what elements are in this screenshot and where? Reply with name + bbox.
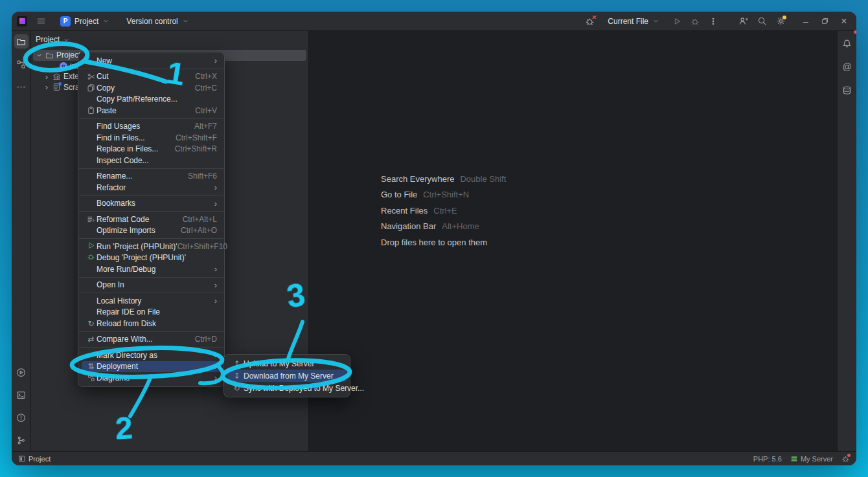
menu-item-copy[interactable]: CopyCtrl+C (82, 82, 221, 94)
version-control-toolwindow-button[interactable] (14, 433, 29, 447)
project-panel-header[interactable]: Project (31, 31, 308, 48)
menu-item-label: More Run/Debug (97, 265, 155, 274)
menu-item-optimize-imports[interactable]: Optimize ImportsCtrl+Alt+O (82, 225, 221, 237)
maximize-button[interactable] (821, 17, 829, 25)
hint-navigation-bar: Navigation BarAlt+Home (381, 219, 506, 235)
menu-item-paste[interactable]: PasteCtrl+V (82, 105, 221, 116)
menu-item-shortcut: Ctrl+D (195, 335, 217, 344)
menu-item-replace-in-files[interactable]: Replace in Files...Ctrl+Shift+R (82, 144, 221, 155)
project-toolwindow-button[interactable] (14, 34, 29, 49)
services-toolwindow-button[interactable] (14, 365, 29, 379)
menu-item-shortcut: Ctrl+Shift+R (175, 144, 217, 153)
menu-item-cut[interactable]: CutCtrl+X (82, 71, 221, 83)
menu-item-repair-ide-on-file[interactable]: Repair IDE on File (82, 307, 221, 318)
menu-item-label: Refactor (97, 183, 126, 192)
menu-separator (79, 238, 223, 239)
submenu-item-sync-with-deployed-to-my-server[interactable]: ↻Sync with Deployed to My Server... (227, 382, 347, 394)
submenu-arrow-icon: › (214, 199, 217, 208)
code-with-me-icon[interactable] (738, 16, 748, 26)
menu-item-refactor[interactable]: Refactor› (82, 182, 221, 194)
menu-item-label: Mark Directory as (97, 351, 157, 360)
menu-item-find-in-files[interactable]: Find in Files...Ctrl+Shift+F (82, 132, 221, 144)
chevron-down-icon[interactable]: › (36, 52, 44, 58)
menu-item-copy-path-reference[interactable]: Copy Path/Reference... (82, 94, 221, 105)
submenu-item-upload-to-my-server[interactable]: ↥Upload to My Server (227, 357, 347, 370)
menu-item-inspect-code[interactable]: Inspect Code... (82, 155, 221, 166)
menu-item-mark-directory-as[interactable]: Mark Directory as› (82, 349, 221, 361)
project-panel-title: Project (36, 35, 60, 44)
more-toolwindows-button[interactable] (14, 80, 29, 94)
close-button[interactable]: × (838, 16, 850, 27)
run-configuration-selector[interactable]: Current File (604, 15, 663, 28)
submenu-arrow-icon: › (214, 264, 217, 274)
menu-item-label: Rename... (97, 172, 132, 181)
submenu-arrow-icon: › (214, 350, 217, 360)
settings-gear-icon[interactable] (776, 16, 786, 26)
menu-item-label: Reformat Code (97, 215, 149, 224)
menu-item-more-run-debug[interactable]: More Run/Debug› (82, 263, 221, 275)
menu-item-shortcut: Ctrl+Shift+F10 (177, 242, 227, 251)
menu-item-label: Cut (97, 72, 109, 81)
shortcut-hints: Search EverywhereDouble ShiftGo to FileC… (381, 171, 506, 250)
database-toolwindow-button[interactable] (840, 83, 854, 97)
menu-item-diagrams[interactable]: Diagrams› (82, 372, 221, 384)
menu-item-label: Debug 'Project (PHPUnit)' (97, 253, 186, 262)
hint-recent-files: Recent FilesCtrl+E (381, 203, 506, 219)
minimize-button[interactable]: – (800, 16, 812, 27)
cut-icon (86, 72, 97, 81)
menu-item-bookmarks[interactable]: Bookmarks› (82, 198, 221, 210)
upload-icon: ↥ (231, 359, 242, 368)
profiler-disabled-icon[interactable]: ✕ (585, 16, 595, 26)
menu-separator (79, 69, 223, 69)
menu-item-open-in[interactable]: Open In› (82, 280, 221, 291)
ai-assistant-icon[interactable]: @ (840, 60, 854, 74)
chevron-right-icon[interactable]: › (43, 72, 50, 81)
menu-item-label: Local History (97, 296, 141, 305)
structure-toolwindow-button[interactable] (14, 57, 29, 71)
version-control-menu[interactable]: Version control (122, 15, 192, 28)
problems-toolwindow-button[interactable] (14, 410, 29, 425)
diagrams-icon (86, 374, 97, 382)
menu-item-label: Find Usages (97, 122, 140, 131)
menu-item-label: Copy (97, 83, 115, 93)
chevron-down-icon (102, 17, 109, 25)
menu-separator (79, 277, 223, 278)
event-log-bug-icon[interactable] (841, 454, 850, 463)
menu-item-label: Inspect Code... (97, 156, 149, 165)
menu-item-run-project-phpunit[interactable]: Run 'Project (PHPUnit)'Ctrl+Shift+F10 (82, 241, 221, 252)
menu-item-new[interactable]: New› (82, 55, 221, 67)
statusbar-project-widget[interactable]: Project (18, 455, 51, 463)
menu-separator (79, 195, 223, 196)
search-everywhere-icon[interactable] (757, 16, 767, 26)
hint-search-everywhere: Search EverywhereDouble Shift (381, 171, 506, 187)
treefolder-icon (45, 51, 54, 60)
menu-separator (79, 293, 223, 293)
menu-item-deployment[interactable]: ⇅Deployment› (82, 361, 221, 373)
notifications-bell-icon[interactable] (840, 36, 854, 50)
menu-separator (79, 347, 223, 348)
menu-item-reload-from-disk[interactable]: ↻Reload from Disk (82, 318, 221, 329)
chevron-right-icon[interactable]: › (43, 83, 50, 91)
debug-button[interactable] (691, 17, 700, 26)
main-menu-icon[interactable] (36, 16, 46, 26)
copy-icon (86, 83, 97, 92)
menu-item-reformat-code[interactable]: Reformat CodeCtrl+Alt+L (82, 214, 221, 225)
hint-go-to-file: Go to FileCtrl+Shift+N (381, 187, 506, 203)
menu-item-rename[interactable]: Rename...Shift+F6 (82, 171, 221, 183)
submenu-item-download-from-my-server[interactable]: ↧Download from My Server (227, 370, 347, 382)
deployment-icon: ⇅ (86, 362, 97, 371)
right-toolwindow-rail: @ (837, 31, 856, 451)
server-icon (790, 455, 798, 463)
submenu-item-label: Sync with Deployed to My Server... (244, 384, 364, 393)
project-selector[interactable]: P Project (56, 14, 113, 28)
menu-item-compare-with[interactable]: ⇄Compare With...Ctrl+D (82, 334, 221, 346)
terminal-toolwindow-button[interactable] (14, 388, 29, 402)
submenu-item-label: Upload to My Server (244, 359, 314, 368)
more-actions-icon[interactable] (709, 17, 718, 26)
php-version-widget[interactable]: PHP: 5.6 (753, 455, 782, 463)
menu-item-find-usages[interactable]: Find UsagesAlt+F7 (82, 121, 221, 133)
menu-item-debug-project-phpunit[interactable]: Debug 'Project (PHPUnit)' (82, 252, 221, 264)
run-button[interactable] (672, 17, 681, 26)
menu-item-local-history[interactable]: Local History› (82, 295, 221, 307)
deployment-server-widget[interactable]: My Server (790, 455, 833, 463)
